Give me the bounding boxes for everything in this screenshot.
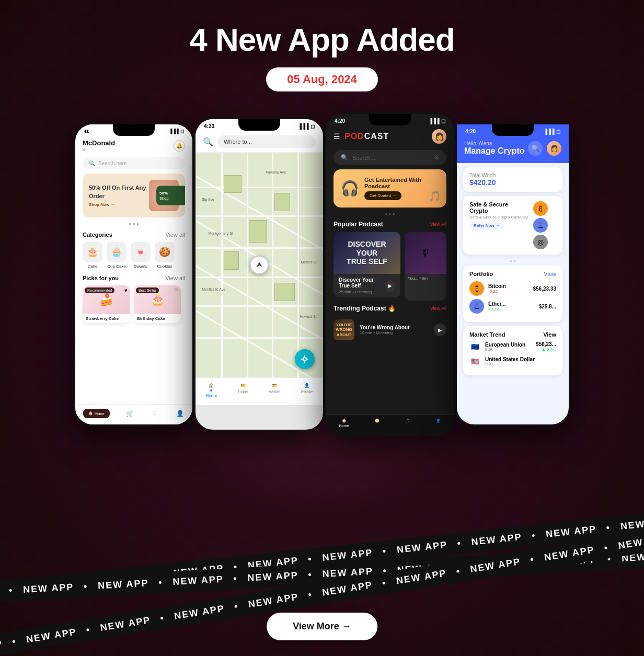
podcast-popular-section: Popular Podcast View All DISCOVER YOURTR… [326, 218, 454, 303]
crypto-body: Total Worth $420.20 Safe & SecureCrypto … [457, 163, 569, 379]
food-category-cookies[interactable]: 🍪 Cookies [155, 242, 175, 269]
food-categories-grid: 🎂 Cake 🧁 Cup Cake 🍬 Sweets 🍪 Cookies [83, 242, 185, 269]
food-picks-section: Picks for you View all 🍰 Recommended ♥ S… [75, 272, 192, 326]
categories-title: Categories [83, 232, 112, 238]
crypto-secure-card: Safe & SecureCrypto Safe & Secure Crypto… [463, 196, 562, 255]
podcast-nav-profile[interactable]: 👤 [436, 419, 441, 428]
food-bottom-nav: 🏠 Home 🛒 ♡ 👤 [75, 404, 192, 424]
notification-bell-icon[interactable]: 🔔 [174, 140, 185, 152]
food-nav-favorites[interactable]: ♡ [150, 409, 159, 418]
map-location-button[interactable] [295, 349, 315, 369]
podcast-nav-music[interactable]: 🎵 [406, 419, 410, 428]
trending-play-button[interactable]: ▶ [434, 324, 446, 336]
profile-icon-podcast: 👤 [436, 419, 441, 423]
svg-marker-0 [256, 262, 262, 267]
map-building [274, 193, 290, 211]
portfolio-view-all[interactable]: View [544, 271, 556, 277]
map-nav-wallet[interactable]: 💳 Wallet [269, 383, 280, 398]
view-more-button[interactable]: View More → [267, 613, 377, 640]
eu-info: European Union EUR [485, 342, 525, 351]
ethereum-info: Ξ Ether... +0.22 [469, 299, 505, 314]
ethereum-details: Ether... +0.22 [488, 301, 505, 312]
map-search-input[interactable]: Where to... [217, 135, 316, 148]
cookies-icon: 🍪 [155, 242, 175, 262]
podcast-search-bar[interactable]: 🔍 Search... ⚙ [334, 150, 446, 165]
bitcoin-row[interactable]: ₿ Bitcoin -0.22 $56,23.33 [469, 281, 556, 296]
podcast-next-card[interactable]: 🎙 You... 40m [405, 232, 446, 301]
music-icon: 🎵 [406, 419, 410, 423]
podcast-user-avatar[interactable]: 👩 [432, 129, 446, 144]
food-nav-cart[interactable]: 🛒 [125, 409, 134, 418]
eu-market-right: $56,23... ▲ 2.4... [536, 341, 556, 352]
search-icon-podcast: 🔍 [341, 154, 348, 161]
home-icon-map: 🏠 [209, 383, 214, 388]
ticket-icon: 🎫 [240, 383, 246, 388]
svg-point-1 [303, 358, 306, 361]
podcast-banner-title: Get Entertained With Poadcast [364, 177, 439, 189]
food-category-cake[interactable]: 🎂 Cake [83, 242, 102, 269]
usd-market-left: 🇺🇸 United States Dollar USD [469, 355, 535, 367]
trending-podcast-item[interactable]: YOU'RE WRONG ABOUT You're Wrong About 10… [334, 316, 446, 343]
popular-view-all[interactable]: View All [430, 222, 446, 227]
food-pick-bestseller[interactable]: 🎂 Best Seller ♡ Birthday Cake [134, 285, 181, 323]
crypto-search-icon[interactable]: 🔍 [528, 141, 543, 156]
map-road [247, 153, 248, 377]
date-badge: 05 Aug, 2024 [266, 67, 378, 91]
food-picks-header: Picks for you View all [83, 275, 185, 281]
market-view-all[interactable]: View [543, 331, 556, 338]
food-nav-home[interactable]: 🏠 Home [83, 409, 110, 418]
trending-title: Trending Podcast 🔥 [334, 305, 396, 312]
food-category-cupcake[interactable]: 🧁 Cup Cake [107, 242, 126, 269]
map-street-label: Sip Ave [202, 198, 214, 201]
map-road-diagonal [196, 265, 323, 355]
usd-info: United States Dollar USD [485, 356, 535, 366]
cookies-label: Cookies [157, 264, 172, 269]
filter-icon[interactable]: ⚙ [434, 154, 439, 161]
podcast-play-button[interactable]: ▶ [385, 280, 395, 292]
podcast-nav-home[interactable]: 🏠 Home [339, 419, 349, 428]
podcast-promo-banner: 🎧 Get Entertained With Poadcast Get Star… [334, 169, 446, 208]
podcast-featured-info: Discover Your True Self 25 min • Listeni… [334, 274, 400, 297]
food-search-bar[interactable]: 🔍 Search here [83, 157, 185, 169]
market-header: Market Trend View [469, 331, 556, 338]
map-street-label: Monticello Ave [202, 287, 225, 291]
map-center-pin[interactable] [250, 256, 269, 274]
phone-notch-map [238, 119, 280, 131]
podcast-featured-card[interactable]: DISCOVER YOURTRUE SELF Discover Your Tru… [334, 232, 400, 297]
trending-view-all[interactable]: View All [430, 306, 446, 311]
podcast-title-white: CAST [364, 132, 389, 141]
podcast-nav-explore[interactable]: 🧭 [375, 419, 380, 428]
eu-price: $56,23... [536, 341, 556, 347]
eu-flag-icon: 🇪🇺 [469, 341, 481, 352]
banner-dots-podcast: ● ● ● [326, 212, 454, 216]
map-nav-profile[interactable]: 👤 Profile [301, 383, 313, 398]
usd-market-row[interactable]: 🇺🇸 United States Dollar USD [469, 355, 556, 367]
crypto-secure-content: Safe & SecureCrypto Safe & Secure Crypto… [469, 201, 528, 229]
podcast-app-title: PODCAST [344, 132, 389, 141]
map-search-bar[interactable]: 🔍 Where to... [196, 131, 323, 153]
map-nav-home[interactable]: 🏠 Home [206, 383, 217, 398]
crypto-app-title: Manage Crypto [464, 146, 525, 156]
phones-container: 41 ▐▐ ▌◻ McDonald a 🔔 🔍 Search here 50% … [0, 112, 644, 436]
ethereum-row[interactable]: Ξ Ether... +0.22 $25,8... [469, 299, 556, 314]
crypto-user-avatar[interactable]: 👩 [547, 141, 561, 156]
food-pick-recommended[interactable]: 🍰 Recommended ♥ Strawberry Cake [83, 285, 130, 323]
status-icons-podcast: ▐▐ ▌◻ [429, 118, 445, 124]
picks-view-all[interactable]: View all [165, 275, 185, 281]
categories-view-all[interactable]: View all [165, 232, 185, 238]
hamburger-icon[interactable]: ☰ [334, 132, 340, 141]
popular-title: Popular Podcast [334, 221, 383, 228]
food-pick-info-2: Birthday Cake [134, 314, 181, 323]
cake-label: Cake [88, 264, 98, 269]
podcast-banner-btn[interactable]: Get Started → [364, 191, 401, 200]
eu-market-row[interactable]: 🇪🇺 European Union EUR $56,23... ▲ 2.4... [469, 341, 556, 352]
food-pick-badge-1: Recommended [85, 287, 114, 293]
bitcoin-details: Bitcoin -0.22 [488, 283, 506, 294]
map-nav-ticket[interactable]: 🎫 Ticket [237, 383, 248, 398]
food-banner-content: 50% Off On First Any Order Shop Now → [89, 184, 149, 207]
refer-now-button[interactable]: Refer Now → [469, 222, 504, 229]
food-category-sweets[interactable]: 🍬 Sweets [131, 242, 151, 269]
wallet-icon: 💳 [272, 383, 277, 388]
food-banner-cta[interactable]: Shop Now → [89, 202, 149, 207]
food-nav-profile[interactable]: 👤 [175, 409, 185, 418]
